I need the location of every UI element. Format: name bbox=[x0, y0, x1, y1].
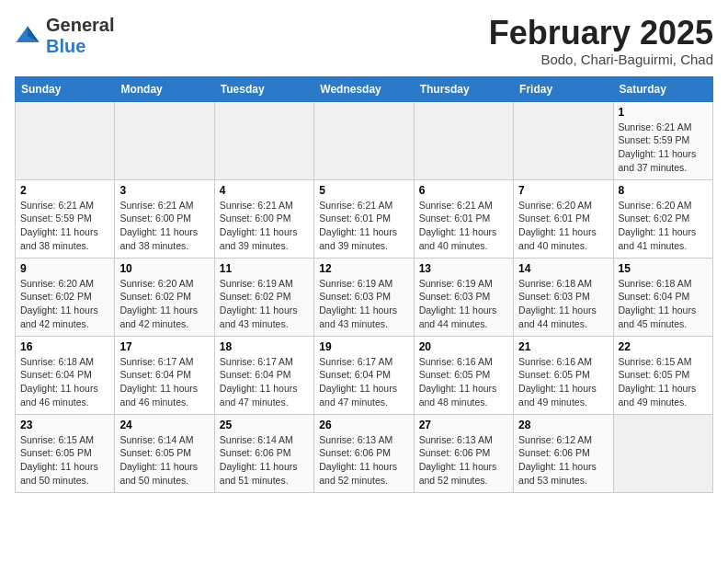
calendar-cell: 13Sunrise: 6:19 AM Sunset: 6:03 PM Dayli… bbox=[414, 258, 513, 336]
day-number: 26 bbox=[319, 419, 408, 431]
day-info: Sunrise: 6:20 AM Sunset: 6:02 PM Dayligh… bbox=[119, 277, 209, 331]
week-row-1: 1Sunrise: 6:21 AM Sunset: 5:59 PM Daylig… bbox=[16, 101, 713, 179]
logo-general: General bbox=[46, 15, 114, 36]
calendar-cell: 19Sunrise: 6:17 AM Sunset: 6:04 PM Dayli… bbox=[314, 336, 414, 414]
day-info: Sunrise: 6:14 AM Sunset: 6:05 PM Dayligh… bbox=[119, 433, 209, 488]
week-row-5: 23Sunrise: 6:15 AM Sunset: 6:05 PM Dayli… bbox=[16, 414, 713, 492]
day-number: 28 bbox=[518, 419, 608, 431]
day-info: Sunrise: 6:20 AM Sunset: 6:02 PM Dayligh… bbox=[20, 277, 109, 331]
day-number: 4 bbox=[220, 184, 309, 197]
day-info: Sunrise: 6:15 AM Sunset: 6:05 PM Dayligh… bbox=[619, 355, 708, 409]
title-block: February 2025 Bodo, Chari-Baguirmi, Chad bbox=[489, 15, 713, 67]
day-info: Sunrise: 6:13 AM Sunset: 6:06 PM Dayligh… bbox=[419, 433, 508, 488]
day-number: 25 bbox=[220, 419, 309, 431]
weekday-header-sunday: Sunday bbox=[16, 76, 115, 101]
calendar-cell bbox=[514, 101, 613, 179]
weekday-header-tuesday: Tuesday bbox=[214, 76, 313, 101]
logo-icon bbox=[15, 23, 40, 49]
calendar-cell: 23Sunrise: 6:15 AM Sunset: 6:05 PM Dayli… bbox=[16, 414, 115, 492]
day-info: Sunrise: 6:21 AM Sunset: 6:00 PM Dayligh… bbox=[119, 199, 209, 253]
day-info: Sunrise: 6:18 AM Sunset: 6:04 PM Dayligh… bbox=[619, 277, 708, 331]
weekday-header-monday: Monday bbox=[115, 76, 214, 101]
day-info: Sunrise: 6:21 AM Sunset: 6:01 PM Dayligh… bbox=[319, 199, 408, 253]
calendar-cell: 1Sunrise: 6:21 AM Sunset: 5:59 PM Daylig… bbox=[613, 101, 712, 179]
day-info: Sunrise: 6:12 AM Sunset: 6:06 PM Dayligh… bbox=[518, 433, 608, 488]
calendar-cell bbox=[214, 101, 313, 179]
day-number: 18 bbox=[220, 340, 309, 353]
weekday-header-thursday: Thursday bbox=[414, 76, 513, 101]
day-number: 20 bbox=[419, 340, 508, 353]
day-number: 7 bbox=[518, 184, 608, 197]
day-number: 16 bbox=[20, 340, 109, 353]
day-info: Sunrise: 6:21 AM Sunset: 5:59 PM Dayligh… bbox=[20, 199, 109, 253]
day-number: 24 bbox=[119, 419, 209, 431]
day-number: 14 bbox=[518, 262, 608, 275]
day-number: 10 bbox=[119, 262, 209, 275]
week-row-2: 2Sunrise: 6:21 AM Sunset: 5:59 PM Daylig… bbox=[16, 179, 713, 258]
day-number: 17 bbox=[119, 340, 209, 353]
calendar-cell: 8Sunrise: 6:20 AM Sunset: 6:02 PM Daylig… bbox=[613, 179, 712, 258]
calendar-cell: 4Sunrise: 6:21 AM Sunset: 6:00 PM Daylig… bbox=[214, 179, 313, 258]
day-info: Sunrise: 6:18 AM Sunset: 6:03 PM Dayligh… bbox=[518, 277, 608, 331]
day-number: 23 bbox=[20, 419, 109, 431]
day-info: Sunrise: 6:17 AM Sunset: 6:04 PM Dayligh… bbox=[319, 355, 408, 409]
weekday-header-saturday: Saturday bbox=[613, 76, 712, 101]
day-number: 11 bbox=[220, 262, 309, 275]
calendar-cell: 17Sunrise: 6:17 AM Sunset: 6:04 PM Dayli… bbox=[115, 336, 214, 414]
day-number: 2 bbox=[20, 184, 109, 197]
calendar-cell: 24Sunrise: 6:14 AM Sunset: 6:05 PM Dayli… bbox=[115, 414, 214, 492]
calendar-cell: 20Sunrise: 6:16 AM Sunset: 6:05 PM Dayli… bbox=[414, 336, 513, 414]
calendar-cell: 3Sunrise: 6:21 AM Sunset: 6:00 PM Daylig… bbox=[115, 179, 214, 258]
calendar-table: SundayMondayTuesdayWednesdayThursdayFrid… bbox=[15, 76, 713, 493]
day-info: Sunrise: 6:13 AM Sunset: 6:06 PM Dayligh… bbox=[319, 433, 408, 488]
calendar-cell: 18Sunrise: 6:17 AM Sunset: 6:04 PM Dayli… bbox=[214, 336, 313, 414]
day-number: 21 bbox=[518, 340, 608, 353]
day-info: Sunrise: 6:21 AM Sunset: 6:00 PM Dayligh… bbox=[220, 199, 309, 253]
day-info: Sunrise: 6:19 AM Sunset: 6:03 PM Dayligh… bbox=[419, 277, 508, 331]
calendar-cell: 11Sunrise: 6:19 AM Sunset: 6:02 PM Dayli… bbox=[214, 258, 313, 336]
day-info: Sunrise: 6:19 AM Sunset: 6:02 PM Dayligh… bbox=[220, 277, 309, 331]
calendar-cell: 28Sunrise: 6:12 AM Sunset: 6:06 PM Dayli… bbox=[514, 414, 613, 492]
calendar-cell: 25Sunrise: 6:14 AM Sunset: 6:06 PM Dayli… bbox=[214, 414, 313, 492]
weekday-header-row: SundayMondayTuesdayWednesdayThursdayFrid… bbox=[16, 76, 713, 101]
location: Bodo, Chari-Baguirmi, Chad bbox=[489, 52, 713, 67]
calendar-cell: 9Sunrise: 6:20 AM Sunset: 6:02 PM Daylig… bbox=[16, 258, 115, 336]
month-year: February 2025 bbox=[489, 15, 713, 52]
day-info: Sunrise: 6:20 AM Sunset: 6:01 PM Dayligh… bbox=[518, 199, 608, 253]
day-info: Sunrise: 6:21 AM Sunset: 5:59 PM Dayligh… bbox=[619, 121, 708, 175]
calendar-cell bbox=[16, 101, 115, 179]
calendar-cell bbox=[115, 101, 214, 179]
day-info: Sunrise: 6:16 AM Sunset: 6:05 PM Dayligh… bbox=[518, 355, 608, 409]
logo-blue: Blue bbox=[46, 36, 114, 57]
calendar-cell: 22Sunrise: 6:15 AM Sunset: 6:05 PM Dayli… bbox=[613, 336, 712, 414]
week-row-4: 16Sunrise: 6:18 AM Sunset: 6:04 PM Dayli… bbox=[16, 336, 713, 414]
day-number: 6 bbox=[419, 184, 508, 197]
calendar-cell: 16Sunrise: 6:18 AM Sunset: 6:04 PM Dayli… bbox=[16, 336, 115, 414]
day-number: 12 bbox=[319, 262, 408, 275]
day-number: 13 bbox=[419, 262, 508, 275]
calendar-cell: 7Sunrise: 6:20 AM Sunset: 6:01 PM Daylig… bbox=[514, 179, 613, 258]
day-info: Sunrise: 6:19 AM Sunset: 6:03 PM Dayligh… bbox=[319, 277, 408, 331]
calendar-cell: 14Sunrise: 6:18 AM Sunset: 6:03 PM Dayli… bbox=[514, 258, 613, 336]
calendar-cell: 27Sunrise: 6:13 AM Sunset: 6:06 PM Dayli… bbox=[414, 414, 513, 492]
calendar-cell: 21Sunrise: 6:16 AM Sunset: 6:05 PM Dayli… bbox=[514, 336, 613, 414]
day-number: 5 bbox=[319, 184, 408, 197]
day-info: Sunrise: 6:15 AM Sunset: 6:05 PM Dayligh… bbox=[20, 433, 109, 488]
day-info: Sunrise: 6:20 AM Sunset: 6:02 PM Dayligh… bbox=[619, 199, 708, 253]
calendar-cell: 10Sunrise: 6:20 AM Sunset: 6:02 PM Dayli… bbox=[115, 258, 214, 336]
calendar-cell bbox=[414, 101, 513, 179]
logo: General Blue bbox=[15, 15, 114, 57]
day-info: Sunrise: 6:17 AM Sunset: 6:04 PM Dayligh… bbox=[220, 355, 309, 409]
calendar-cell: 5Sunrise: 6:21 AM Sunset: 6:01 PM Daylig… bbox=[314, 179, 414, 258]
weekday-header-friday: Friday bbox=[514, 76, 613, 101]
weekday-header-wednesday: Wednesday bbox=[314, 76, 414, 101]
day-info: Sunrise: 6:18 AM Sunset: 6:04 PM Dayligh… bbox=[20, 355, 109, 409]
day-number: 19 bbox=[319, 340, 408, 353]
day-number: 22 bbox=[619, 340, 708, 353]
calendar-cell bbox=[314, 101, 414, 179]
day-number: 9 bbox=[20, 262, 109, 275]
day-info: Sunrise: 6:17 AM Sunset: 6:04 PM Dayligh… bbox=[119, 355, 209, 409]
week-row-3: 9Sunrise: 6:20 AM Sunset: 6:02 PM Daylig… bbox=[16, 258, 713, 336]
day-number: 8 bbox=[619, 184, 708, 197]
day-info: Sunrise: 6:16 AM Sunset: 6:05 PM Dayligh… bbox=[419, 355, 508, 409]
